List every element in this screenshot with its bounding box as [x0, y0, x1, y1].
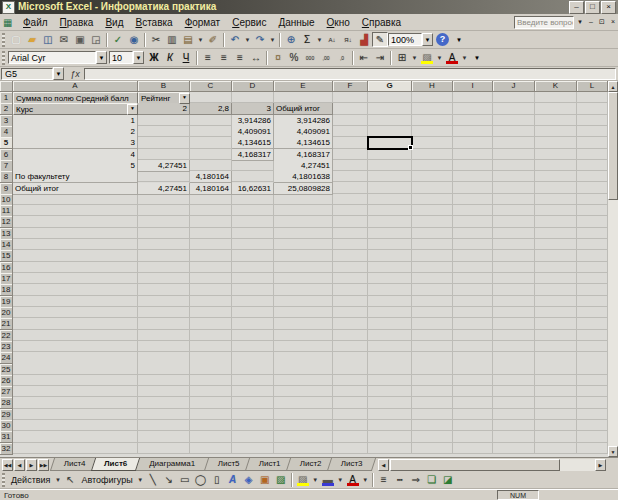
doc-minimize-button[interactable]: –	[586, 17, 596, 27]
menu-файл[interactable]: Файл	[17, 15, 54, 30]
print-preview-icon[interactable]: ◲	[88, 32, 104, 47]
cell-A7[interactable]: 5	[13, 160, 138, 172]
cell-A2[interactable]: Курс	[13, 103, 138, 115]
cell-E3[interactable]: 3,914286	[274, 115, 333, 127]
paste-icon-dropdown-icon[interactable]: ▼	[196, 32, 205, 47]
column-header-E[interactable]: E	[274, 81, 333, 92]
diagram-icon[interactable]: ◈	[241, 472, 257, 487]
merge-center-icon[interactable]: ↔	[248, 50, 264, 65]
column-header-K[interactable]: K	[535, 81, 577, 92]
column-header-L[interactable]: L	[577, 81, 608, 92]
borders-icon-dropdown-icon[interactable]: ▼	[410, 50, 419, 65]
next-sheet-icon[interactable]: ▶	[26, 459, 37, 471]
menu-сервис[interactable]: Сервис	[226, 15, 272, 30]
row-header-32[interactable]: 32	[0, 443, 13, 455]
arrow-icon[interactable]: ↘	[161, 472, 177, 487]
menu-вид[interactable]: Вид	[99, 15, 129, 30]
undo-icon[interactable]: ↶	[227, 32, 243, 47]
selected-cell-G5[interactable]	[367, 136, 413, 149]
row-header-3[interactable]: 3	[0, 115, 13, 127]
format-painter-icon[interactable]: ✐	[205, 32, 221, 47]
cell-E7[interactable]: 4,27451	[274, 160, 333, 172]
cell-A6[interactable]: 4	[13, 149, 138, 161]
cell-C9[interactable]: 4,180164	[190, 183, 232, 195]
paste-icon[interactable]: ▤	[180, 32, 196, 47]
row-header-19[interactable]: 19	[0, 296, 13, 308]
rectangle-icon[interactable]: ▭	[177, 472, 193, 487]
increase-decimal-icon[interactable]: ,00	[318, 50, 334, 65]
column-header-B[interactable]: B	[138, 81, 190, 92]
autosum-icon-dropdown-icon[interactable]: ▼	[315, 32, 324, 47]
row-header-15[interactable]: 15	[0, 250, 13, 262]
row-header-1[interactable]: 1	[0, 92, 13, 104]
scroll-up-icon[interactable]: ▲	[608, 81, 618, 92]
column-header-C[interactable]: C	[190, 81, 232, 92]
hyperlink-icon[interactable]: ⊕	[283, 32, 299, 47]
fill-color-icon[interactable]: ▨	[295, 472, 311, 487]
menu-правка[interactable]: Правка	[54, 15, 100, 30]
cell-B7[interactable]: 4,27451	[138, 160, 190, 172]
print-icon[interactable]: ▣	[72, 32, 88, 47]
underline-icon[interactable]: Ч	[178, 50, 194, 65]
vertical-scrollbar[interactable]: ▲▼	[608, 81, 618, 457]
bold-icon[interactable]: Ж	[146, 50, 162, 65]
row-header-4[interactable]: 4	[0, 126, 13, 138]
minimize-button[interactable]: –	[569, 1, 584, 14]
cell-A3[interactable]: 1	[13, 115, 138, 127]
close-button[interactable]: ×	[601, 1, 616, 14]
font-size-select[interactable]: 10	[109, 51, 133, 64]
autoshapes-menu-button[interactable]: Автофигуры	[78, 472, 135, 487]
cell-E5[interactable]: 4,134615	[274, 137, 333, 149]
row-header-25[interactable]: 25	[0, 364, 13, 376]
font-color-icon-dropdown-icon[interactable]: ▼	[460, 50, 469, 65]
cell-A9[interactable]: Общий итог	[13, 183, 138, 195]
row-header-9[interactable]: 9	[0, 183, 13, 195]
zoom-select[interactable]: 100%	[388, 33, 422, 46]
italic-icon[interactable]: К	[162, 50, 178, 65]
row-header-7[interactable]: 7	[0, 160, 13, 172]
zoom-dropdown-icon[interactable]: ▼	[422, 33, 433, 46]
row-header-20[interactable]: 20	[0, 307, 13, 319]
sort-ascending-icon[interactable]: А↓	[324, 32, 340, 47]
row-header-8[interactable]: 8	[0, 171, 13, 183]
name-box-dropdown-icon[interactable]: ▼	[53, 67, 64, 80]
save-icon[interactable]: ◫	[40, 32, 56, 47]
first-sheet-icon[interactable]: ◀◀	[2, 459, 13, 471]
prev-sheet-icon[interactable]: ◀	[14, 459, 25, 471]
select-objects-icon[interactable]: ↖	[62, 472, 78, 487]
column-header-A[interactable]: A	[13, 81, 138, 92]
name-box[interactable]: G5	[1, 68, 53, 80]
toolbar-grip[interactable]	[2, 51, 5, 65]
align-left-icon[interactable]: ≡	[200, 50, 216, 65]
increase-indent-icon[interactable]: ⇥	[372, 50, 388, 65]
insert-function-icon[interactable]: ƒx	[66, 69, 84, 79]
question-box[interactable]: Введите вопрос	[514, 16, 574, 29]
doc-restore-button[interactable]: ⊡	[597, 17, 607, 27]
hscroll-right-icon[interactable]: ▶	[595, 459, 606, 471]
row-header-21[interactable]: 21	[0, 318, 13, 330]
column-header-D[interactable]: D	[232, 81, 274, 92]
row-header-2[interactable]: 2	[0, 103, 13, 115]
cell-D3[interactable]: 3,914286	[232, 115, 274, 127]
hscroll-left-icon[interactable]: ◀	[378, 459, 389, 471]
font-name-select[interactable]: Arial Cyr	[8, 51, 96, 64]
decrease-indent-icon[interactable]: ⇤	[356, 50, 372, 65]
hscroll-thumb[interactable]	[390, 459, 560, 471]
sort-descending-icon[interactable]: Я↓	[340, 32, 356, 47]
fill-color-icon[interactable]: ▨	[419, 50, 435, 65]
open-folder-icon[interactable]: ▰	[24, 32, 40, 47]
fill-color-icon-dropdown-icon[interactable]: ▼	[435, 50, 444, 65]
decrease-decimal-icon[interactable]: ,0	[334, 50, 350, 65]
menu-данные[interactable]: Данные	[272, 15, 320, 30]
row-header-13[interactable]: 13	[0, 228, 13, 240]
row-header-16[interactable]: 16	[0, 262, 13, 274]
draw-menu-button[interactable]: Действия	[8, 472, 53, 487]
help-icon[interactable]: ?	[436, 33, 449, 46]
toolbar-grip[interactable]	[2, 33, 5, 47]
fill-color-icon-dropdown-icon[interactable]: ▼	[311, 472, 320, 487]
spelling-icon[interactable]: ✓	[110, 32, 126, 47]
menu-вставка[interactable]: Вставка	[129, 15, 178, 30]
row-header-11[interactable]: 11	[0, 205, 13, 217]
redo-icon-dropdown-icon[interactable]: ▼	[268, 32, 277, 47]
menu-формат[interactable]: Формат	[179, 15, 227, 30]
